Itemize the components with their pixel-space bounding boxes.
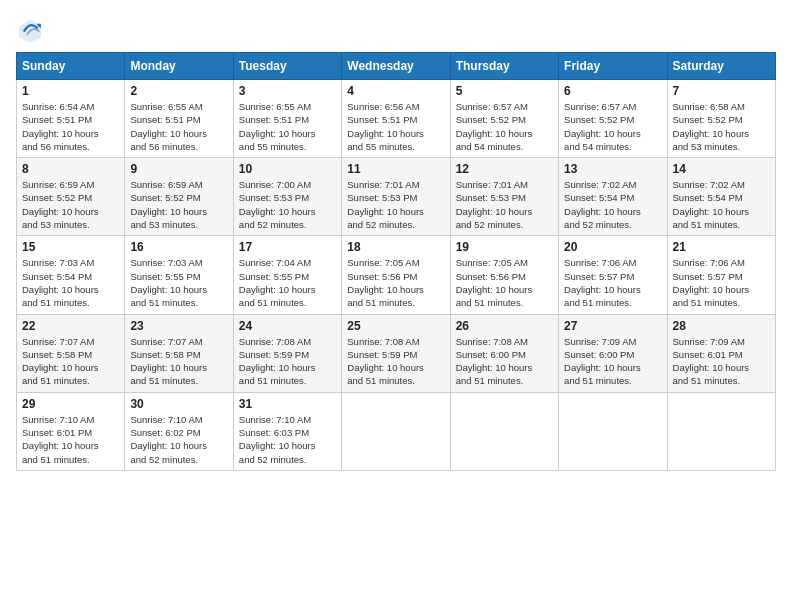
day-number: 14	[673, 162, 770, 176]
calendar-day: 22Sunrise: 7:07 AMSunset: 5:58 PMDayligh…	[17, 314, 125, 392]
day-info: Sunrise: 7:01 AMSunset: 5:53 PMDaylight:…	[347, 178, 444, 231]
calendar-day: 13Sunrise: 7:02 AMSunset: 5:54 PMDayligh…	[559, 158, 667, 236]
day-info: Sunrise: 7:05 AMSunset: 5:56 PMDaylight:…	[347, 256, 444, 309]
calendar-day: 24Sunrise: 7:08 AMSunset: 5:59 PMDayligh…	[233, 314, 341, 392]
day-info: Sunrise: 6:55 AMSunset: 5:51 PMDaylight:…	[239, 100, 336, 153]
day-info: Sunrise: 7:05 AMSunset: 5:56 PMDaylight:…	[456, 256, 553, 309]
calendar-day: 14Sunrise: 7:02 AMSunset: 5:54 PMDayligh…	[667, 158, 775, 236]
day-number: 31	[239, 397, 336, 411]
header-day: Sunday	[17, 53, 125, 80]
calendar-day: 6Sunrise: 6:57 AMSunset: 5:52 PMDaylight…	[559, 80, 667, 158]
calendar-day: 29Sunrise: 7:10 AMSunset: 6:01 PMDayligh…	[17, 392, 125, 470]
calendar-table: SundayMondayTuesdayWednesdayThursdayFrid…	[16, 52, 776, 471]
calendar-day: 10Sunrise: 7:00 AMSunset: 5:53 PMDayligh…	[233, 158, 341, 236]
calendar-day: 26Sunrise: 7:08 AMSunset: 6:00 PMDayligh…	[450, 314, 558, 392]
calendar-day: 20Sunrise: 7:06 AMSunset: 5:57 PMDayligh…	[559, 236, 667, 314]
calendar-day: 16Sunrise: 7:03 AMSunset: 5:55 PMDayligh…	[125, 236, 233, 314]
calendar-body: 1Sunrise: 6:54 AMSunset: 5:51 PMDaylight…	[17, 80, 776, 471]
day-info: Sunrise: 7:06 AMSunset: 5:57 PMDaylight:…	[564, 256, 661, 309]
day-number: 29	[22, 397, 119, 411]
day-info: Sunrise: 7:02 AMSunset: 5:54 PMDaylight:…	[564, 178, 661, 231]
calendar-week: 1Sunrise: 6:54 AMSunset: 5:51 PMDaylight…	[17, 80, 776, 158]
day-info: Sunrise: 7:02 AMSunset: 5:54 PMDaylight:…	[673, 178, 770, 231]
calendar-day	[667, 392, 775, 470]
day-info: Sunrise: 6:55 AMSunset: 5:51 PMDaylight:…	[130, 100, 227, 153]
day-number: 16	[130, 240, 227, 254]
calendar-day: 17Sunrise: 7:04 AMSunset: 5:55 PMDayligh…	[233, 236, 341, 314]
day-number: 26	[456, 319, 553, 333]
logo-icon	[16, 16, 44, 44]
calendar-day: 30Sunrise: 7:10 AMSunset: 6:02 PMDayligh…	[125, 392, 233, 470]
day-number: 11	[347, 162, 444, 176]
header-day: Friday	[559, 53, 667, 80]
logo	[16, 16, 48, 44]
day-number: 15	[22, 240, 119, 254]
day-info: Sunrise: 6:58 AMSunset: 5:52 PMDaylight:…	[673, 100, 770, 153]
day-info: Sunrise: 7:08 AMSunset: 5:59 PMDaylight:…	[239, 335, 336, 388]
day-info: Sunrise: 7:06 AMSunset: 5:57 PMDaylight:…	[673, 256, 770, 309]
header-day: Thursday	[450, 53, 558, 80]
day-number: 19	[456, 240, 553, 254]
day-info: Sunrise: 7:08 AMSunset: 5:59 PMDaylight:…	[347, 335, 444, 388]
calendar-day	[559, 392, 667, 470]
day-info: Sunrise: 7:10 AMSunset: 6:03 PMDaylight:…	[239, 413, 336, 466]
calendar-day: 15Sunrise: 7:03 AMSunset: 5:54 PMDayligh…	[17, 236, 125, 314]
day-info: Sunrise: 6:57 AMSunset: 5:52 PMDaylight:…	[564, 100, 661, 153]
calendar-day: 5Sunrise: 6:57 AMSunset: 5:52 PMDaylight…	[450, 80, 558, 158]
day-info: Sunrise: 6:59 AMSunset: 5:52 PMDaylight:…	[22, 178, 119, 231]
day-info: Sunrise: 7:03 AMSunset: 5:55 PMDaylight:…	[130, 256, 227, 309]
day-info: Sunrise: 7:08 AMSunset: 6:00 PMDaylight:…	[456, 335, 553, 388]
day-info: Sunrise: 7:03 AMSunset: 5:54 PMDaylight:…	[22, 256, 119, 309]
calendar-day: 1Sunrise: 6:54 AMSunset: 5:51 PMDaylight…	[17, 80, 125, 158]
day-number: 20	[564, 240, 661, 254]
day-info: Sunrise: 6:59 AMSunset: 5:52 PMDaylight:…	[130, 178, 227, 231]
header-day: Saturday	[667, 53, 775, 80]
day-number: 21	[673, 240, 770, 254]
day-info: Sunrise: 7:01 AMSunset: 5:53 PMDaylight:…	[456, 178, 553, 231]
day-number: 1	[22, 84, 119, 98]
day-number: 22	[22, 319, 119, 333]
calendar-week: 22Sunrise: 7:07 AMSunset: 5:58 PMDayligh…	[17, 314, 776, 392]
day-info: Sunrise: 7:10 AMSunset: 6:01 PMDaylight:…	[22, 413, 119, 466]
calendar-week: 29Sunrise: 7:10 AMSunset: 6:01 PMDayligh…	[17, 392, 776, 470]
calendar-day: 7Sunrise: 6:58 AMSunset: 5:52 PMDaylight…	[667, 80, 775, 158]
calendar-day: 25Sunrise: 7:08 AMSunset: 5:59 PMDayligh…	[342, 314, 450, 392]
day-number: 9	[130, 162, 227, 176]
day-number: 13	[564, 162, 661, 176]
calendar-day: 9Sunrise: 6:59 AMSunset: 5:52 PMDaylight…	[125, 158, 233, 236]
day-info: Sunrise: 7:09 AMSunset: 6:00 PMDaylight:…	[564, 335, 661, 388]
day-number: 2	[130, 84, 227, 98]
day-number: 25	[347, 319, 444, 333]
day-info: Sunrise: 6:56 AMSunset: 5:51 PMDaylight:…	[347, 100, 444, 153]
day-info: Sunrise: 7:00 AMSunset: 5:53 PMDaylight:…	[239, 178, 336, 231]
day-number: 3	[239, 84, 336, 98]
day-number: 28	[673, 319, 770, 333]
day-number: 24	[239, 319, 336, 333]
day-info: Sunrise: 7:09 AMSunset: 6:01 PMDaylight:…	[673, 335, 770, 388]
calendar-day: 2Sunrise: 6:55 AMSunset: 5:51 PMDaylight…	[125, 80, 233, 158]
calendar-day: 8Sunrise: 6:59 AMSunset: 5:52 PMDaylight…	[17, 158, 125, 236]
calendar-day: 18Sunrise: 7:05 AMSunset: 5:56 PMDayligh…	[342, 236, 450, 314]
day-number: 27	[564, 319, 661, 333]
day-number: 10	[239, 162, 336, 176]
calendar-day	[450, 392, 558, 470]
day-number: 23	[130, 319, 227, 333]
day-number: 18	[347, 240, 444, 254]
calendar-week: 15Sunrise: 7:03 AMSunset: 5:54 PMDayligh…	[17, 236, 776, 314]
day-number: 17	[239, 240, 336, 254]
calendar-day	[342, 392, 450, 470]
day-number: 30	[130, 397, 227, 411]
calendar-day: 21Sunrise: 7:06 AMSunset: 5:57 PMDayligh…	[667, 236, 775, 314]
header-day: Tuesday	[233, 53, 341, 80]
calendar-day: 12Sunrise: 7:01 AMSunset: 5:53 PMDayligh…	[450, 158, 558, 236]
calendar-day: 31Sunrise: 7:10 AMSunset: 6:03 PMDayligh…	[233, 392, 341, 470]
page-header	[16, 16, 776, 44]
calendar-day: 23Sunrise: 7:07 AMSunset: 5:58 PMDayligh…	[125, 314, 233, 392]
day-info: Sunrise: 7:07 AMSunset: 5:58 PMDaylight:…	[130, 335, 227, 388]
calendar-day: 11Sunrise: 7:01 AMSunset: 5:53 PMDayligh…	[342, 158, 450, 236]
calendar-day: 3Sunrise: 6:55 AMSunset: 5:51 PMDaylight…	[233, 80, 341, 158]
day-info: Sunrise: 7:10 AMSunset: 6:02 PMDaylight:…	[130, 413, 227, 466]
day-info: Sunrise: 6:54 AMSunset: 5:51 PMDaylight:…	[22, 100, 119, 153]
calendar-day: 27Sunrise: 7:09 AMSunset: 6:00 PMDayligh…	[559, 314, 667, 392]
calendar-day: 19Sunrise: 7:05 AMSunset: 5:56 PMDayligh…	[450, 236, 558, 314]
